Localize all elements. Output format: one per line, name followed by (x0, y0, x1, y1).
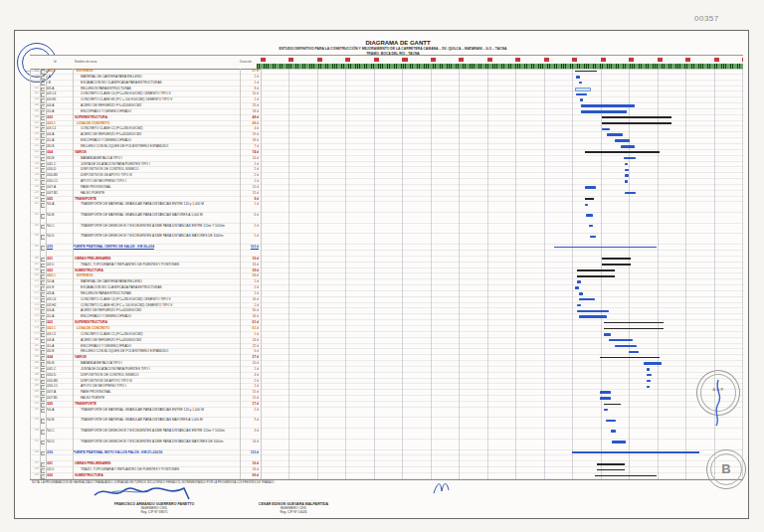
task-duration: 103 d (240, 245, 259, 250)
row-indicator-icon (41, 408, 45, 414)
column-separator (30, 69, 31, 479)
task-name: DISPOSITIVOS DE CONTROL SISMICO (73, 167, 246, 172)
task-id: 210.A (46, 279, 72, 284)
header-duration: Duración (240, 60, 252, 64)
task-id: 504.A (46, 308, 72, 313)
gantt-bar (602, 258, 631, 260)
task-name: ENCOFRADO Y DESENCOFRADO (73, 109, 246, 114)
task-duration: 30 d (240, 308, 259, 313)
gantt-bar (629, 351, 639, 354)
row-number: 198 (30, 467, 39, 472)
gantt-bar (586, 214, 593, 217)
signature-block-left: .............................. FRANCISCO… (75, 498, 234, 514)
gantt-bar (604, 328, 664, 330)
row-indicator-icon (41, 91, 45, 97)
header-id: Id (54, 60, 57, 64)
gantt-bar (572, 451, 699, 452)
row-number: 163 (30, 224, 39, 229)
task-name: ENCOFRADO Y DESENCOFRADO (73, 138, 246, 143)
task-name: DISPOSITIVOS DE APOYO TIPO III (73, 173, 246, 178)
table-row: 192700.ATRANSPORTE DE MATERIAL GRANULAR … (30, 408, 743, 419)
task-name: BARANDA METALICA TIPO I (73, 156, 246, 161)
task-name: SUBESTRUCTURA (73, 473, 240, 478)
task-name: TRANSPORTE (73, 197, 240, 202)
row-indicator-icon (41, 162, 45, 168)
task-id: 503.H2 (46, 303, 72, 308)
task-name: EXCAVACION NO CLASIFICADA PARA ESTRUCTUR… (73, 285, 246, 290)
task-duration: 2 d (240, 224, 259, 229)
gantt-bar (602, 264, 631, 266)
task-name: ACERO DE REFUERZO FY=4200KG/CM2 (73, 103, 246, 108)
table-row: 164700.DTRANSPORTE DE DESECHOS Y EXCEDEN… (30, 234, 743, 245)
row-indicator-icon (41, 303, 45, 309)
task-name: SUPERESTRUCTURA (73, 320, 240, 325)
task-id: 1041.C (46, 162, 72, 167)
column-separator (40, 69, 41, 479)
task-duration: 18 d (240, 138, 259, 143)
gantt-bar (607, 133, 623, 136)
row-indicator-icon (41, 273, 45, 279)
row-number: 151 (30, 144, 39, 149)
gantt-bar (624, 157, 636, 160)
task-duration: 37 d (240, 355, 259, 360)
gantt-bar (625, 180, 628, 183)
gantt-bar (600, 391, 611, 394)
row-number: 194 (30, 429, 39, 434)
row-indicator-icon (41, 361, 45, 367)
row-indicator-icon (41, 355, 45, 361)
task-name: EXCAVACION NO CLASIFICADA PARA ESTRUCTUR… (73, 81, 246, 86)
task-id: 1002.1 (46, 69, 72, 74)
table-row: 162700.BTRANSPORTE DE MATERIAL GRANULAR … (30, 213, 743, 224)
gantt-bar (554, 247, 657, 248)
task-duration: 1 d (240, 97, 259, 102)
gantt-bar (615, 345, 637, 348)
row-indicator-icon (41, 396, 45, 402)
row-number: 141 (30, 87, 39, 91)
task-id: 630.B (46, 144, 72, 149)
row-indicator-icon (41, 279, 45, 285)
task-id: 1005 (46, 197, 72, 202)
column-separator (261, 69, 262, 479)
task-duration: 9 d (240, 418, 259, 423)
task-id: 1003 (46, 115, 72, 120)
task-name: MATERIAL DE CANTERA PARA RELLENO (73, 279, 246, 284)
row-number: 185 (30, 367, 39, 372)
task-name: SUBESTRUCTURA (73, 268, 240, 273)
task-id: 102.0 (46, 263, 72, 267)
row-indicator-icon (41, 245, 45, 251)
task-duration: 2 d (240, 285, 259, 290)
row-indicator-icon (41, 167, 45, 173)
task-id: 1001 (46, 257, 72, 262)
row-indicator-icon (41, 115, 45, 121)
row-indicator-icon (41, 75, 45, 81)
row-number: 192 (30, 408, 39, 413)
task-duration: 26 d (240, 314, 259, 319)
row-indicator-icon (41, 185, 45, 191)
document-subtitle: ESTUDIO DEFINITIVO PARA LA CONSTRUCCIÓN … (0, 47, 764, 51)
gantt-bar (577, 304, 581, 307)
task-name: ENCOFRADO Y DESENCOFRADO (73, 344, 246, 349)
row-indicator-icon (41, 390, 45, 396)
row-indicator-icon (41, 367, 45, 373)
task-id: 504.A (46, 338, 72, 343)
row-number: 179 (30, 332, 39, 337)
task-id: 700.D (46, 440, 72, 444)
row-indicator-icon (41, 97, 45, 103)
task-name: PUENTE PEATONAL MOTO VIA LOS PALOS - KM … (73, 450, 238, 455)
gantt-bar (595, 475, 657, 477)
task-duration: 48 d (240, 121, 259, 126)
gantt-bar (581, 104, 635, 107)
task-duration: 8 d (240, 87, 259, 91)
gantt-bar (580, 98, 583, 101)
row-indicator-icon (41, 461, 45, 467)
gantt-bar (585, 186, 596, 189)
task-id: 1050.D (46, 167, 72, 172)
row-number: 143 (30, 97, 39, 102)
gantt-bar (585, 151, 660, 153)
task-duration: 24 d (240, 338, 259, 343)
task-id: 504.A (46, 103, 72, 108)
scanned-gantt-page: 00357 T PROVIAS NACIONAL DIAGRAMA DE GAN… (0, 0, 764, 532)
task-name: LOSA DE CONCRETO (73, 121, 242, 126)
gantt-bar (602, 128, 610, 131)
row-indicator-icon (41, 402, 45, 408)
